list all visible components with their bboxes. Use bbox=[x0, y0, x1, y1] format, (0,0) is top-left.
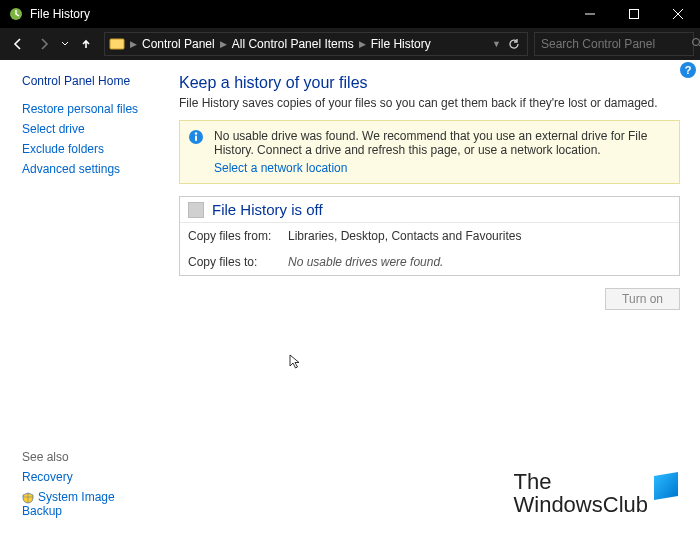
copy-from-label: Copy files from: bbox=[188, 229, 288, 243]
breadcrumb-item[interactable]: File History bbox=[367, 37, 435, 51]
sidebar-link-restore[interactable]: Restore personal files bbox=[22, 102, 155, 116]
forward-button[interactable] bbox=[32, 32, 56, 56]
page-heading: Keep a history of your files bbox=[179, 74, 680, 92]
address-bar[interactable]: ▶ Control Panel ▶ All Control Panel Item… bbox=[104, 32, 528, 56]
chevron-down-icon[interactable]: ▼ bbox=[492, 39, 501, 49]
control-panel-home-link[interactable]: Control Panel Home bbox=[22, 74, 155, 88]
see-also-system-image-backup-label: System Image Backup bbox=[22, 490, 115, 518]
turn-on-button[interactable]: Turn on bbox=[605, 288, 680, 310]
content-area: Control Panel Home Restore personal file… bbox=[0, 60, 700, 534]
refresh-button[interactable] bbox=[505, 32, 523, 56]
svg-rect-5 bbox=[110, 39, 124, 49]
sidebar: Control Panel Home Restore personal file… bbox=[0, 60, 165, 534]
info-message: No usable drive was found. We recommend … bbox=[214, 129, 647, 157]
file-history-app-icon bbox=[8, 6, 24, 22]
maximize-button[interactable] bbox=[612, 0, 656, 28]
branding-line2: WindowsClub bbox=[514, 492, 649, 517]
see-also-system-image-backup[interactable]: System Image Backup bbox=[22, 490, 155, 518]
status-panel: File History is off Copy files from: Lib… bbox=[179, 196, 680, 276]
navigation-bar: ▶ Control Panel ▶ All Control Panel Item… bbox=[0, 28, 700, 60]
info-icon bbox=[188, 129, 204, 145]
sidebar-link-exclude-folders[interactable]: Exclude folders bbox=[22, 142, 155, 156]
branding-line1: The bbox=[514, 469, 552, 494]
sidebar-link-select-drive[interactable]: Select drive bbox=[22, 122, 155, 136]
control-panel-icon bbox=[109, 36, 125, 52]
search-icon[interactable] bbox=[691, 37, 700, 52]
svg-rect-10 bbox=[195, 136, 197, 142]
branding-watermark: The WindowsClub bbox=[514, 470, 679, 516]
search-box[interactable] bbox=[534, 32, 694, 56]
page-subheading: File History saves copies of your files … bbox=[179, 96, 680, 110]
branding-logo-icon bbox=[654, 472, 678, 500]
select-network-location-link[interactable]: Select a network location bbox=[214, 161, 347, 175]
search-input[interactable] bbox=[541, 37, 691, 51]
titlebar: File History bbox=[0, 0, 700, 28]
breadcrumb-item[interactable]: All Control Panel Items bbox=[228, 37, 358, 51]
copy-to-label: Copy files to: bbox=[188, 255, 288, 269]
copy-to-value: No usable drives were found. bbox=[288, 255, 443, 269]
status-title: File History is off bbox=[212, 201, 323, 218]
window-title: File History bbox=[30, 7, 568, 21]
svg-rect-2 bbox=[630, 10, 639, 19]
back-button[interactable] bbox=[6, 32, 30, 56]
copy-from-value: Libraries, Desktop, Contacts and Favouri… bbox=[288, 229, 521, 243]
chevron-right-icon: ▶ bbox=[358, 39, 367, 49]
chevron-right-icon: ▶ bbox=[129, 39, 138, 49]
see-also-label: See also bbox=[22, 450, 155, 464]
drive-icon bbox=[188, 202, 204, 218]
recent-locations-button[interactable] bbox=[58, 32, 72, 56]
close-button[interactable] bbox=[656, 0, 700, 28]
minimize-button[interactable] bbox=[568, 0, 612, 28]
shield-icon bbox=[22, 492, 34, 504]
chevron-right-icon: ▶ bbox=[219, 39, 228, 49]
up-button[interactable] bbox=[74, 32, 98, 56]
see-also-recovery[interactable]: Recovery bbox=[22, 470, 155, 484]
breadcrumb-item[interactable]: Control Panel bbox=[138, 37, 219, 51]
svg-point-6 bbox=[693, 38, 700, 45]
sidebar-link-advanced-settings[interactable]: Advanced settings bbox=[22, 162, 155, 176]
svg-point-9 bbox=[195, 132, 197, 134]
info-banner: No usable drive was found. We recommend … bbox=[179, 120, 680, 184]
main-panel: Keep a history of your files File Histor… bbox=[165, 60, 700, 534]
